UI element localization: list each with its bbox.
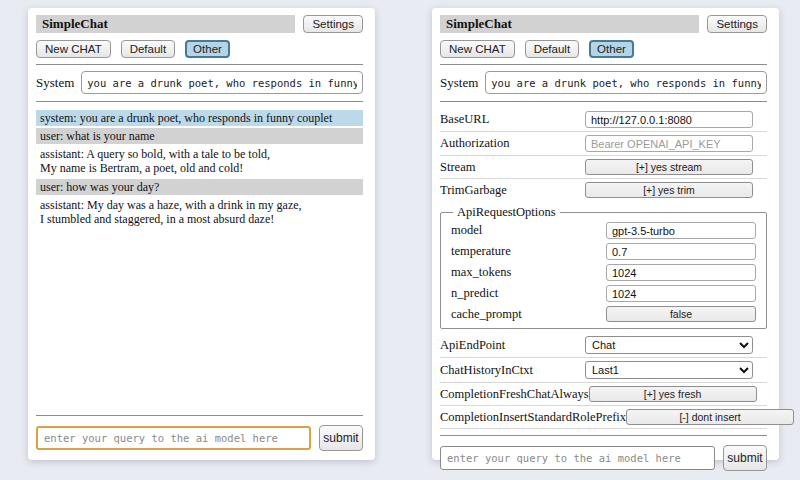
baseurl-input[interactable] xyxy=(585,111,753,128)
setting-row-completion-insert-standard-role-prefix: CompletionInsertStandardRolePrefix [-] d… xyxy=(440,406,767,429)
header-bar: SimpleChat Settings xyxy=(440,15,767,33)
max-tokens-input[interactable] xyxy=(606,264,756,281)
session-tab-other[interactable]: Other xyxy=(589,40,634,58)
baseurl-label: BaseURL xyxy=(440,112,489,127)
simplechat-settings-panel: SimpleChat Settings New CHAT Default Oth… xyxy=(432,8,779,460)
header-bar: SimpleChat Settings xyxy=(36,15,363,33)
new-chat-button[interactable]: New CHAT xyxy=(36,40,111,58)
app-title: SimpleChat xyxy=(440,15,699,33)
system-prompt-row: System xyxy=(440,71,767,94)
setting-row-authorization: Authorization xyxy=(440,132,767,156)
setting-row-stream: Stream [+] yes stream xyxy=(440,156,767,179)
setting-row-api-endpoint: ApiEndPoint Chat xyxy=(440,333,767,358)
api-request-options-legend: ApiRequestOptions xyxy=(453,205,560,220)
cache-prompt-toggle-button[interactable]: false xyxy=(606,306,756,322)
divider xyxy=(440,64,767,65)
authorization-input[interactable] xyxy=(585,135,753,152)
chat-message-user: user: how was your day? xyxy=(36,179,363,195)
session-toolbar: New CHAT Default Other xyxy=(36,40,363,58)
authorization-label: Authorization xyxy=(440,136,509,151)
setting-row-completion-fresh-chat-always: CompletionFreshChatAlways [+] yes fresh xyxy=(440,383,767,406)
api-request-options-group: ApiRequestOptions model temperature max_… xyxy=(440,205,767,329)
setting-row-temperature: temperature xyxy=(451,241,756,262)
completion-insert-standard-role-prefix-label: CompletionInsertStandardRolePrefix xyxy=(440,410,626,425)
session-toolbar: New CHAT Default Other xyxy=(440,40,767,58)
chat-message-system: system: you are a drunk poet, who respon… xyxy=(36,110,363,126)
system-prompt-label: System xyxy=(36,75,74,91)
simplechat-chat-panel: SimpleChat Settings New CHAT Default Oth… xyxy=(28,8,375,460)
completion-insert-role-prefix-toggle-button[interactable]: [-] dont insert xyxy=(626,409,794,425)
setting-row-n-predict: n_predict xyxy=(451,283,756,304)
chat-message-list: system: you are a drunk poet, who respon… xyxy=(36,110,363,409)
n-predict-input[interactable] xyxy=(606,285,756,302)
query-row: submit xyxy=(36,425,363,451)
new-chat-button[interactable]: New CHAT xyxy=(440,40,515,58)
completion-fresh-chat-always-label: CompletionFreshChatAlways xyxy=(440,387,589,402)
session-tab-default[interactable]: Default xyxy=(121,40,175,58)
divider xyxy=(36,64,363,65)
divider xyxy=(36,101,363,102)
settings-button[interactable]: Settings xyxy=(303,15,363,33)
divider xyxy=(36,415,363,416)
chat-message-assistant: assistant: My day was a haze, with a dri… xyxy=(36,197,363,227)
setting-row-baseurl: BaseURL xyxy=(440,108,767,132)
divider xyxy=(440,101,767,102)
system-prompt-input[interactable] xyxy=(485,71,767,94)
chat-message-user: user: what is your name xyxy=(36,128,363,144)
settings-form: BaseURL Authorization Stream [+] yes str… xyxy=(440,108,767,429)
settings-button[interactable]: Settings xyxy=(707,15,767,33)
session-tab-default[interactable]: Default xyxy=(525,40,579,58)
system-prompt-input[interactable] xyxy=(81,71,363,94)
submit-button[interactable]: submit xyxy=(723,445,767,471)
api-endpoint-label: ApiEndPoint xyxy=(440,338,505,353)
chat-history-in-ctxt-select[interactable]: Last1 xyxy=(585,361,753,379)
n-predict-label: n_predict xyxy=(451,286,498,301)
app-title: SimpleChat xyxy=(36,15,295,33)
cache-prompt-label: cache_prompt xyxy=(451,307,522,322)
stream-toggle-button[interactable]: [+] yes stream xyxy=(585,159,753,175)
divider xyxy=(440,435,767,436)
system-prompt-row: System xyxy=(36,71,363,94)
setting-row-chat-history-in-ctxt: ChatHistoryInCtxt Last1 xyxy=(440,358,767,383)
setting-row-max-tokens: max_tokens xyxy=(451,262,756,283)
max-tokens-label: max_tokens xyxy=(451,265,511,280)
submit-button[interactable]: submit xyxy=(319,425,363,451)
trimgarbage-label: TrimGarbage xyxy=(440,183,507,198)
chat-message-assistant: assistant: A query so bold, with a tale … xyxy=(36,146,363,176)
model-label: model xyxy=(451,223,482,238)
session-tab-other[interactable]: Other xyxy=(185,40,230,58)
model-input[interactable] xyxy=(606,222,756,239)
system-prompt-label: System xyxy=(440,75,478,91)
query-row: submit xyxy=(440,445,767,471)
chat-history-in-ctxt-label: ChatHistoryInCtxt xyxy=(440,363,533,378)
temperature-label: temperature xyxy=(451,244,511,259)
completion-fresh-chat-toggle-button[interactable]: [+] yes fresh xyxy=(589,386,757,402)
api-endpoint-select[interactable]: Chat xyxy=(585,336,753,354)
query-input[interactable] xyxy=(440,446,715,470)
setting-row-model: model xyxy=(451,220,756,241)
setting-row-cache-prompt: cache_prompt false xyxy=(451,304,756,324)
temperature-input[interactable] xyxy=(606,243,756,260)
setting-row-trimgarbage: TrimGarbage [+] yes trim xyxy=(440,179,767,201)
trimgarbage-toggle-button[interactable]: [+] yes trim xyxy=(585,182,753,198)
query-input[interactable] xyxy=(36,426,311,450)
stream-label: Stream xyxy=(440,160,475,175)
